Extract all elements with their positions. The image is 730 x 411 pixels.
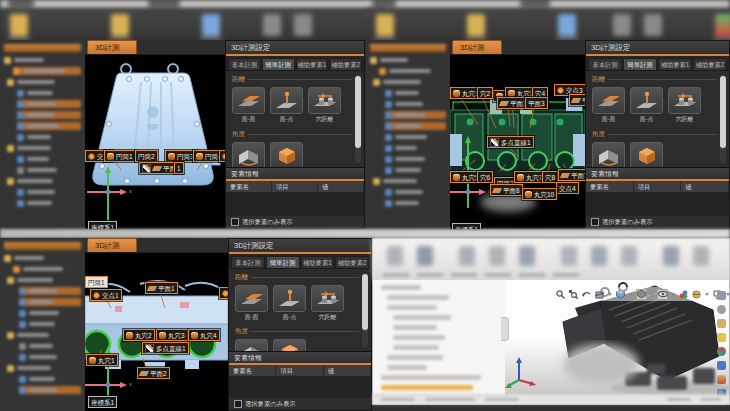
- face-face-button[interactable]: 面-面: [235, 285, 268, 322]
- tree-row[interactable]: [385, 111, 446, 119]
- tree-row[interactable]: [385, 155, 446, 163]
- measure-label[interactable]: 丸穴7: [514, 171, 546, 183]
- measure-label[interactable]: 交: [219, 150, 225, 162]
- tree-row[interactable]: [373, 78, 446, 86]
- ribbon-button[interactable]: [663, 246, 679, 266]
- ribbon-button[interactable]: [561, 246, 577, 266]
- measure-label[interactable]: 交: [219, 287, 228, 299]
- ribbon-button[interactable]: [459, 246, 475, 266]
- toolbar-button[interactable]: [644, 14, 662, 36]
- tree-row[interactable]: [19, 342, 81, 350]
- tab-basic-measure[interactable]: 基本計測: [588, 58, 622, 70]
- panel-scrollbar-thumb[interactable]: [355, 76, 361, 148]
- tree-row[interactable]: [385, 133, 446, 141]
- tab-aux-element1[interactable]: 補助要素1: [301, 256, 335, 268]
- tree-row[interactable]: [373, 177, 446, 185]
- tab-basic-measure[interactable]: 基本計測: [231, 256, 265, 268]
- measure-label[interactable]: 円筒1: [104, 150, 136, 162]
- panel-scrollbar-thumb[interactable]: [362, 274, 368, 330]
- tree-row[interactable]: [17, 100, 81, 108]
- tab-simple-measure[interactable]: 簡単計測: [262, 58, 295, 70]
- angle-face-face-button[interactable]: [232, 142, 265, 167]
- tree-row[interactable]: [19, 386, 81, 394]
- ribbon-button[interactable]: [591, 246, 607, 266]
- star-icon[interactable]: [717, 333, 726, 342]
- measure-label[interactable]: 平面1: [145, 282, 178, 294]
- sw-tree-row[interactable]: [393, 325, 437, 330]
- sw-tree-row[interactable]: [387, 365, 427, 370]
- face-face-button[interactable]: 面-面: [232, 87, 265, 124]
- measure-label[interactable]: 平面: [569, 94, 585, 106]
- tree-row[interactable]: [385, 166, 446, 174]
- tab-aux-element1[interactable]: 補助要素1: [658, 58, 692, 70]
- measure-label[interactable]: 丸穴4: [188, 329, 220, 341]
- tree-row[interactable]: [4, 254, 81, 262]
- dropdown-caret-icon[interactable]: [671, 293, 675, 296]
- measure-label[interactable]: 円筒3: [165, 150, 197, 162]
- sw-tree-row[interactable]: [393, 335, 445, 340]
- tree-row[interactable]: [385, 100, 446, 108]
- measure-label[interactable]: 交点1: [90, 289, 122, 301]
- tree-row[interactable]: [7, 331, 81, 339]
- dropdown-caret-icon[interactable]: [650, 293, 654, 296]
- measure-label[interactable]: 丸穴2: [123, 329, 155, 341]
- panel-scrollbar-thumb[interactable]: [720, 76, 726, 148]
- home-icon[interactable]: [717, 291, 726, 300]
- tree-row[interactable]: [7, 144, 81, 152]
- measure-label[interactable]: 平面8: [490, 184, 523, 196]
- view-orientation-icon[interactable]: [615, 289, 626, 300]
- measure-label[interactable]: 1: [174, 162, 184, 174]
- coordinate-system-label[interactable]: 座標系1: [452, 223, 481, 229]
- sw-tree-row[interactable]: [387, 295, 449, 300]
- part-engine-block-model[interactable]: [85, 238, 228, 411]
- coordinate-system-label[interactable]: 座標系1: [88, 396, 117, 408]
- hide-show-items-icon[interactable]: [657, 289, 668, 300]
- angle-box-button[interactable]: [630, 142, 663, 167]
- measure-label[interactable]: 丸穴10: [522, 188, 557, 200]
- measure-label[interactable]: 平面3: [525, 97, 548, 109]
- element-info-table[interactable]: [229, 377, 371, 398]
- tree-row[interactable]: [19, 287, 81, 295]
- coordinate-system-label[interactable]: 座標系1: [88, 221, 117, 229]
- ribbon-button[interactable]: [693, 246, 709, 266]
- tree-row[interactable]: [19, 320, 81, 328]
- sw-tree-row-highlighted[interactable]: [381, 385, 473, 390]
- tree-row[interactable]: [17, 188, 81, 196]
- zoom-fit-icon[interactable]: [555, 289, 566, 300]
- filter-checkbox[interactable]: [591, 218, 599, 226]
- tree-row[interactable]: [385, 89, 446, 97]
- filter-checkbox[interactable]: [231, 218, 239, 226]
- dropdown-caret-icon[interactable]: [608, 293, 612, 296]
- measure-label[interactable]: 丸穴3: [156, 329, 188, 341]
- tree-row[interactable]: [385, 199, 446, 207]
- tree-row[interactable]: [17, 199, 81, 207]
- measure-label[interactable]: 丸穴1: [86, 354, 118, 366]
- 3d-viewport-topright[interactable]: 3D計測: [450, 40, 585, 229]
- angle-box-button[interactable]: [270, 142, 303, 167]
- sw-tree-row[interactable]: [393, 315, 451, 320]
- measure-label[interactable]: 平面7: [558, 169, 585, 181]
- dropdown-caret-icon[interactable]: [705, 293, 709, 296]
- appearances-sphere-icon[interactable]: [717, 347, 726, 356]
- measure-label[interactable]: 多点直線1: [487, 136, 534, 148]
- apply-scene-icon[interactable]: [691, 289, 702, 300]
- part-oil-pan-model[interactable]: [85, 40, 225, 229]
- sw-tree-row[interactable]: [387, 355, 443, 360]
- display-style-icon[interactable]: [636, 289, 647, 300]
- toolbar-button[interactable]: [263, 14, 281, 36]
- edit-appearance-icon[interactable]: [678, 289, 689, 300]
- toolbar-button[interactable]: [294, 14, 312, 36]
- tree-row[interactable]: [385, 188, 446, 196]
- ribbon-button[interactable]: [621, 246, 637, 266]
- tree-row[interactable]: [17, 122, 81, 130]
- 3d-viewport-topleft[interactable]: 3D計測: [85, 40, 225, 229]
- filter-checkbox[interactable]: [234, 400, 242, 408]
- tab-aux-element1[interactable]: 補助要素1: [296, 58, 329, 70]
- toolbar-button[interactable]: [715, 14, 730, 36]
- measure-label[interactable]: 交点4: [556, 182, 579, 194]
- tab-simple-measure[interactable]: 簡単計測: [623, 58, 657, 70]
- folder-icon[interactable]: [717, 319, 726, 328]
- measure-label[interactable]: 穴2: [477, 87, 493, 99]
- element-info-table[interactable]: [586, 193, 729, 216]
- tab-aux-element2[interactable]: 補助要素2: [329, 58, 362, 70]
